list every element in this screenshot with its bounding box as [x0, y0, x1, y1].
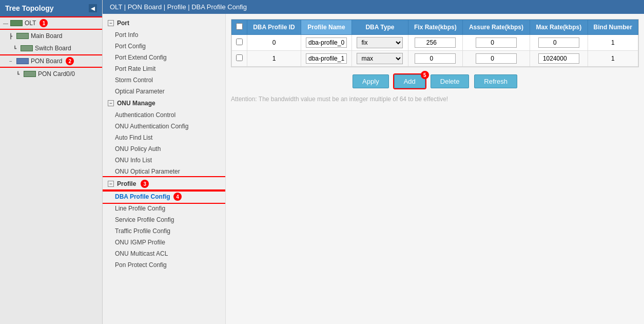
- nav-item-port-config[interactable]: Port Config: [103, 41, 225, 52]
- nav-label-optical-parameter: Optical Parameter: [115, 88, 165, 95]
- table-row: 1 fix max assure fix+assure ass: [232, 51, 638, 67]
- row1-dba-type: fix max assure fix+assure assure+max: [352, 51, 408, 67]
- nav-item-onu-multicast-acl[interactable]: ONU Multicast ACL: [103, 248, 225, 259]
- pon-board-label: PON Board: [31, 58, 62, 65]
- nav-item-port-rate-limit[interactable]: Port Rate Limit: [103, 63, 225, 74]
- nav-item-traffic-profile-config[interactable]: Traffic Profile Config: [103, 225, 225, 237]
- nav-item-auto-find-list[interactable]: Auto Find List: [103, 132, 225, 143]
- apply-button[interactable]: Apply: [353, 74, 389, 88]
- pon-card-label: PON Card0/0: [38, 70, 75, 78]
- nav-label-line-profile-config: Line Profile Config: [115, 205, 165, 212]
- nav-item-optical-parameter[interactable]: Optical Parameter: [103, 86, 225, 97]
- row0-profile-name-input[interactable]: [306, 37, 347, 48]
- nav-item-onu-info-list[interactable]: ONU Info List: [103, 155, 225, 166]
- th-fix-rate: Fix Rate(kbps): [408, 20, 462, 35]
- attention-label: Attention:: [231, 96, 257, 103]
- row0-assure-rate: [462, 35, 530, 51]
- port-section-label: Port: [117, 20, 129, 27]
- nav-item-onu-policy-auth[interactable]: ONU Policy Auth: [103, 143, 225, 155]
- nav-item-pon-protect-config[interactable]: Pon Protect Config: [103, 259, 225, 271]
- switch-board-device-icon: [21, 45, 33, 51]
- row1-dba-type-select[interactable]: fix max assure fix+assure assure+max: [357, 53, 403, 64]
- tree-item-olt[interactable]: — OLT 1: [0, 17, 102, 29]
- nav-label-onu-igmp-profile: ONU IGMP Profile: [115, 239, 165, 246]
- row0-bind-number: 1: [588, 35, 638, 51]
- th-dba-profile-id: DBA Profile ID: [247, 20, 301, 35]
- add-button[interactable]: Add 5: [394, 74, 425, 88]
- th-assure-rate: Assure Rate(kbps): [462, 20, 530, 35]
- row1-checkbox-cell: [232, 51, 247, 67]
- add-button-label: Add: [404, 78, 416, 85]
- nav-item-storm-control[interactable]: Storm Control: [103, 74, 225, 86]
- row0-dba-type-select[interactable]: fix max assure fix+assure assure+max: [357, 37, 403, 48]
- tree-node-olt: — OLT 1: [0, 16, 102, 30]
- nav-label-port-extend-config: Port Extend Config: [115, 54, 167, 61]
- attention-detail: The bandwidth value must be an integer m…: [259, 96, 448, 103]
- tree-node-pon-card: ┗ PON Card0/0: [0, 68, 102, 80]
- delete-button[interactable]: Delete: [431, 74, 470, 88]
- nav-item-port-info[interactable]: Port Info: [103, 29, 225, 41]
- nav-item-onu-optical-param[interactable]: ONU Optical Parameter: [103, 166, 225, 177]
- sidebar-collapse-button[interactable]: ◀: [89, 4, 97, 12]
- nav-label-storm-control: Storm Control: [115, 77, 153, 84]
- nav-item-service-profile-config[interactable]: Service Profile Config: [103, 214, 225, 225]
- nav-section-onu-manage[interactable]: − ONU Manage: [103, 97, 225, 109]
- nav-label-onu-policy-auth: ONU Policy Auth: [115, 145, 161, 153]
- nav-item-auth-control[interactable]: Authentication Control: [103, 109, 225, 121]
- tree-item-pon-board[interactable]: − PON Board 2: [0, 55, 102, 67]
- nav-item-line-profile-config[interactable]: Line Profile Config: [103, 203, 225, 214]
- select-all-checkbox[interactable]: [236, 23, 243, 30]
- attention-message: Attention: The bandwidth value must be a…: [231, 93, 639, 105]
- nav-label-onu-auth-config: ONU Authentication Config: [115, 123, 188, 130]
- dba-table-container: DBA Profile ID Profile Name DBA Type Fix…: [231, 19, 639, 67]
- nav-item-onu-auth-config[interactable]: ONU Authentication Config: [103, 121, 225, 132]
- nav-label-auto-find-list: Auto Find List: [115, 134, 152, 141]
- row0-max-rate-input[interactable]: [538, 37, 579, 48]
- profile-section-label: Profile: [117, 180, 136, 187]
- row0-assure-rate-input[interactable]: [476, 37, 517, 48]
- nav-section-port[interactable]: − Port: [103, 17, 225, 29]
- nav-label-onu-info-list: ONU Info List: [115, 157, 152, 164]
- sidebar-title: Tree Topology: [5, 4, 54, 12]
- row1-profile-name-input[interactable]: [306, 53, 347, 64]
- switch-board-label: Switch Board: [35, 45, 71, 52]
- olt-badge: 1: [40, 19, 48, 27]
- row1-max-rate-input[interactable]: [538, 53, 579, 64]
- row1-assure-rate-input[interactable]: [476, 53, 517, 64]
- olt-label: OLT: [25, 20, 36, 27]
- row1-checkbox[interactable]: [236, 54, 243, 61]
- olt-expand-icon: —: [3, 21, 8, 26]
- row0-fix-rate: [408, 35, 462, 51]
- row0-fix-rate-input[interactable]: [415, 37, 456, 48]
- tree-item-pon-card[interactable]: ┗ PON Card0/0: [0, 69, 102, 79]
- nav-section-profile[interactable]: − Profile 3: [103, 177, 225, 190]
- nav-item-onu-igmp-profile[interactable]: ONU IGMP Profile: [103, 237, 225, 248]
- sidebar-header: Tree Topology ◀: [0, 0, 102, 16]
- right-panel: DBA Profile ID Profile Name DBA Type Fix…: [226, 14, 644, 324]
- th-bind-number: Bind Number: [588, 20, 638, 35]
- nav-item-port-extend-config[interactable]: Port Extend Config: [103, 52, 225, 63]
- pon-board-badge: 2: [66, 57, 74, 65]
- tree-item-main-board[interactable]: ┣ Main Board: [0, 31, 102, 41]
- nav-label-auth-control: Authentication Control: [115, 111, 175, 119]
- row0-checkbox-cell: [232, 35, 247, 51]
- nav-label-port-rate-limit: Port Rate Limit: [115, 65, 155, 72]
- nav-label-onu-multicast-acl: ONU Multicast ACL: [115, 250, 168, 257]
- nav-label-service-profile-config: Service Profile Config: [115, 216, 174, 223]
- row1-fix-rate-input[interactable]: [415, 53, 456, 64]
- row0-checkbox[interactable]: [236, 39, 243, 45]
- row1-fix-rate: [408, 51, 462, 67]
- breadcrumb: OLT | PON Board | Profile | DBA Profile …: [103, 0, 644, 14]
- tree-item-switch-board[interactable]: ┗ Switch Board: [0, 43, 102, 53]
- profile-expand-icon: −: [108, 181, 114, 187]
- olt-device-icon: [10, 20, 23, 26]
- nav-label-traffic-profile-config: Traffic Profile Config: [115, 227, 170, 235]
- th-dba-type: DBA Type: [352, 20, 408, 35]
- refresh-button[interactable]: Refresh: [474, 74, 517, 88]
- port-items: Port Info Port Config Port Extend Config…: [103, 29, 225, 97]
- th-checkbox: [232, 20, 247, 35]
- profile-section-badge: 3: [141, 180, 149, 188]
- row1-assure-rate: [462, 51, 530, 67]
- tree-node-main-board: ┣ Main Board: [0, 30, 102, 42]
- nav-item-dba-profile-config[interactable]: DBA Profile Config 4: [103, 190, 225, 203]
